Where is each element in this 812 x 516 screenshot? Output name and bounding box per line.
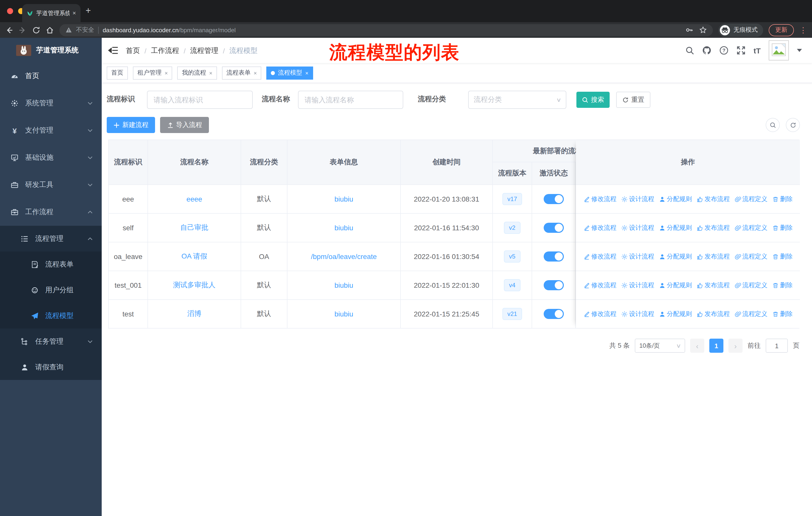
browser-menu-icon[interactable]: ⋮ <box>800 25 807 34</box>
form-info-link[interactable]: biubiu <box>335 310 353 318</box>
publish-process-link[interactable]: 发布流程 <box>696 252 730 261</box>
close-icon[interactable]: × <box>209 70 212 76</box>
browser-update-button[interactable]: 更新 <box>769 24 794 36</box>
tab-close-icon[interactable]: × <box>72 9 76 17</box>
close-icon[interactable]: × <box>254 70 257 76</box>
tag-tenant-management[interactable]: 租户管理 × <box>133 66 172 79</box>
delete-link[interactable]: 删除 <box>772 223 793 232</box>
design-process-link[interactable]: 设计流程 <box>621 252 654 261</box>
forward-icon[interactable] <box>19 26 27 34</box>
search-icon[interactable] <box>685 46 694 55</box>
page-size-select[interactable]: 10条/页 ∨ <box>635 338 685 353</box>
avatar-caret-icon[interactable] <box>797 49 802 52</box>
back-icon[interactable] <box>5 26 13 34</box>
goto-page-input[interactable] <box>766 338 788 353</box>
new-tab-button[interactable]: + <box>86 5 91 16</box>
url-bar[interactable]: 不安全 dashboard.yudao.iocoder.cn/bpm/manag… <box>59 24 713 36</box>
avatar[interactable] <box>769 40 789 60</box>
modify-process-link[interactable]: 修改流程 <box>583 195 616 203</box>
process-name-link[interactable]: 测试多审批人 <box>173 281 215 290</box>
delete-link[interactable]: 删除 <box>772 281 793 290</box>
password-key-icon[interactable] <box>686 26 693 34</box>
active-toggle[interactable] <box>544 194 564 204</box>
sidebar-item-infrastructure[interactable]: 基础设施 <box>0 144 102 171</box>
design-process-link[interactable]: 设计流程 <box>621 281 654 290</box>
collapse-sidebar-icon[interactable] <box>108 45 118 55</box>
design-process-link[interactable]: 设计流程 <box>621 310 654 318</box>
publish-process-link[interactable]: 发布流程 <box>696 281 730 290</box>
close-icon[interactable]: × <box>305 70 309 76</box>
active-toggle[interactable] <box>544 223 564 233</box>
publish-process-link[interactable]: 发布流程 <box>696 310 730 318</box>
help-icon[interactable]: ? <box>719 46 728 55</box>
tag-home[interactable]: 首页 <box>107 66 128 79</box>
process-name-input[interactable] <box>298 91 403 109</box>
design-process-link[interactable]: 设计流程 <box>621 195 654 203</box>
close-window-button[interactable] <box>7 8 13 14</box>
create-process-button[interactable]: 新建流程 <box>107 117 155 133</box>
form-info-link[interactable]: /bpm/oa/leave/create <box>311 252 377 261</box>
tag-process-form[interactable]: 流程表单 × <box>222 66 262 79</box>
modify-process-link[interactable]: 修改流程 <box>583 223 616 232</box>
tag-my-processes[interactable]: 我的流程 × <box>177 66 217 79</box>
process-definition-link[interactable]: 流程定义 <box>734 223 767 232</box>
assign-rules-link[interactable]: 分配规则 <box>659 252 692 261</box>
form-info-link[interactable]: biubiu <box>335 195 353 203</box>
reset-button[interactable]: 重置 <box>616 92 650 108</box>
breadcrumb-process-management[interactable]: 流程管理 <box>190 46 219 55</box>
assign-rules-link[interactable]: 分配规则 <box>659 281 692 290</box>
publish-process-link[interactable]: 发布流程 <box>696 223 730 232</box>
process-definition-link[interactable]: 流程定义 <box>734 310 767 318</box>
modify-process-link[interactable]: 修改流程 <box>583 252 616 261</box>
sidebar-item-workflow[interactable]: 工作流程 <box>0 198 102 226</box>
process-definition-link[interactable]: 流程定义 <box>734 252 767 261</box>
sidebar-item-process-management[interactable]: 流程管理 <box>0 226 102 251</box>
reload-icon[interactable] <box>32 26 40 34</box>
process-id-input[interactable] <box>147 91 253 109</box>
process-name-link[interactable]: OA 请假 <box>181 252 207 261</box>
form-info-link[interactable]: biubiu <box>335 224 353 232</box>
bookmark-star-icon[interactable] <box>699 26 707 34</box>
breadcrumb-home[interactable]: 首页 <box>126 46 140 55</box>
sidebar-item-task-management[interactable]: 任务管理 <box>0 329 102 354</box>
browser-tab[interactable]: 芋道管理系统 × <box>22 4 81 22</box>
breadcrumb-workflow[interactable]: 工作流程 <box>151 46 179 55</box>
assign-rules-link[interactable]: 分配规则 <box>659 223 692 232</box>
process-definition-link[interactable]: 流程定义 <box>734 195 767 203</box>
prev-page-button[interactable]: ‹ <box>690 338 704 353</box>
active-toggle[interactable] <box>544 309 564 319</box>
process-name-link[interactable]: eeee <box>186 195 202 203</box>
active-toggle[interactable] <box>544 251 564 262</box>
process-name-link[interactable]: 滔博 <box>187 309 201 319</box>
delete-link[interactable]: 删除 <box>772 310 793 318</box>
sidebar-item-system[interactable]: 系统管理 <box>0 90 102 117</box>
import-process-button[interactable]: 导入流程 <box>160 117 209 133</box>
github-icon[interactable] <box>702 46 711 55</box>
next-page-button[interactable]: › <box>728 338 743 353</box>
close-icon[interactable]: × <box>165 70 168 76</box>
process-definition-link[interactable]: 流程定义 <box>734 281 767 290</box>
form-info-link[interactable]: biubiu <box>335 281 353 289</box>
design-process-link[interactable]: 设计流程 <box>621 223 654 232</box>
modify-process-link[interactable]: 修改流程 <box>583 310 616 318</box>
tag-process-model[interactable]: 流程模型 × <box>266 66 313 79</box>
sidebar-item-home[interactable]: 首页 <box>0 62 102 90</box>
process-category-select[interactable]: 流程分类 ∨ <box>468 91 566 109</box>
toggle-search-button[interactable] <box>766 118 780 132</box>
assign-rules-link[interactable]: 分配规则 <box>659 310 692 318</box>
process-name-link[interactable]: 自己审批 <box>180 223 208 232</box>
active-toggle[interactable] <box>544 280 564 290</box>
font-size-icon[interactable]: tT <box>754 46 761 55</box>
modify-process-link[interactable]: 修改流程 <box>583 281 616 290</box>
sidebar-item-user-groups[interactable]: 用户分组 <box>0 277 102 303</box>
delete-link[interactable]: 删除 <box>772 195 793 203</box>
publish-process-link[interactable]: 发布流程 <box>696 195 730 203</box>
sidebar-item-leave-query[interactable]: 请假查询 <box>0 354 102 380</box>
refresh-table-button[interactable] <box>786 118 800 132</box>
sidebar-item-payment[interactable]: ¥ 支付管理 <box>0 117 102 144</box>
delete-link[interactable]: 删除 <box>772 252 793 261</box>
home-icon[interactable] <box>46 26 54 34</box>
sidebar-item-process-model[interactable]: 流程模型 <box>0 303 102 329</box>
sidebar-item-process-form[interactable]: 流程表单 <box>0 251 102 277</box>
sidebar-item-dev-tools[interactable]: 研发工具 <box>0 171 102 198</box>
